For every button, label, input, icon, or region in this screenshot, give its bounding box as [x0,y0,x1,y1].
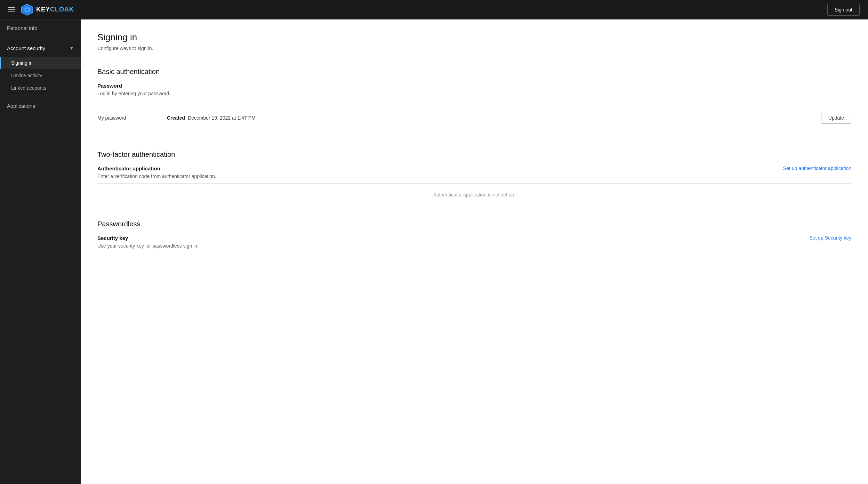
sidebar-item-applications[interactable]: Applications [0,97,81,114]
setup-authenticator-link[interactable]: Set up authenticator application [783,166,851,171]
layout: Personal info Account security ▼ Signing… [0,19,868,484]
sidebar-item-account-security[interactable]: Account security ▼ [0,40,81,57]
page-title: Signing in [97,32,851,43]
password-divider-bottom [97,131,851,131]
sidebar-divider-2 [0,96,81,96]
logo: KEYCLOAK [21,3,74,16]
authenticator-divider-bottom [97,206,851,206]
sign-out-button[interactable]: Sign out [827,4,860,16]
security-key-desc: Use your security key for passwordless s… [97,243,199,249]
topnav: KEYCLOAK Sign out [0,0,868,19]
my-password-label: My password [97,115,167,121]
security-key-label: Security key [97,235,199,241]
password-row: My password Created December 19, 2022 at… [97,105,851,131]
keycloak-logo-icon [21,3,33,16]
topnav-left: KEYCLOAK [8,3,74,16]
security-key-header: Security key Use your security key for p… [97,235,851,249]
basic-auth-section: Basic authentication Password Log in by … [97,62,851,131]
passwordless-section: Passwordless Security key Use your secur… [97,215,851,249]
page-subtitle: Configure ways to sign in. [97,46,851,51]
logo-text: KEYCLOAK [36,6,74,13]
authenticator-app-label: Authenticator application [97,166,216,171]
authenticator-empty-state: Authenticator application is not set up. [97,184,851,206]
sidebar-subitem-signing-in[interactable]: Signing in [0,57,81,69]
sidebar: Personal info Account security ▼ Signing… [0,19,81,484]
password-desc: Log in by entering your password. [97,91,851,96]
passwordless-title: Passwordless [97,215,851,228]
basic-auth-title: Basic authentication [97,62,851,76]
password-subtitle: Password [97,83,851,89]
two-factor-section: Two-factor authentication Authenticator … [97,145,851,206]
sidebar-subitem-device-activity[interactable]: Device activity [0,69,81,82]
two-factor-title: Two-factor authentication [97,145,851,159]
setup-security-key-link[interactable]: Set up Security key [809,235,851,241]
authenticator-app-desc: Enter a verification code from authentic… [97,174,216,179]
password-subsection: Password Log in by entering your passwor… [97,83,851,96]
password-meta: Created December 19, 2022 at 1:47 PM [167,115,821,121]
sidebar-subitem-linked-accounts[interactable]: Linked accounts [0,82,81,94]
hamburger-menu[interactable] [8,7,15,12]
created-value: December 19, 2022 at 1:47 PM [188,115,256,121]
update-password-button[interactable]: Update [821,112,851,124]
created-label: Created [167,115,185,121]
sidebar-item-personal-info[interactable]: Personal info [0,19,81,37]
sidebar-divider-1 [0,38,81,38]
chevron-down-icon: ▼ [70,46,74,51]
authenticator-app-header: Authenticator application Enter a verifi… [97,166,851,179]
main-content: Signing in Configure ways to sign in. Ba… [81,19,868,484]
